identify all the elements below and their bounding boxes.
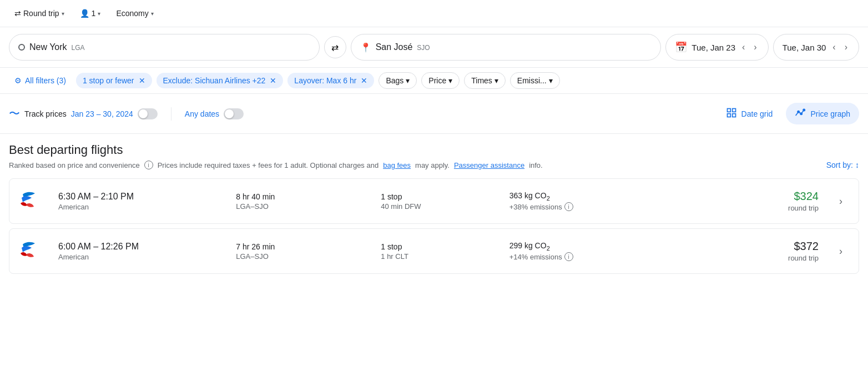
ranked-text: Ranked based on price and convenience: [9, 161, 140, 169]
route-text-1: LGA–SJO: [236, 202, 367, 211]
ranked-info-icon[interactable]: i: [144, 161, 153, 169]
price-label-1: round trip: [687, 204, 819, 212]
airline-name-1: American: [58, 203, 223, 211]
all-filters-button[interactable]: ⚙ All filters (3): [9, 73, 72, 88]
bag-fees-link[interactable]: bag fees: [383, 161, 411, 169]
flight-emissions-1: 363 kg CO2 +38% emissions i: [509, 191, 674, 212]
date-grid-label: Date grid: [741, 109, 773, 118]
price-graph-label: Price graph: [810, 109, 850, 118]
emissions-filter-button[interactable]: Emissi... ▾: [510, 72, 560, 89]
destination-pin-icon: 📍: [360, 42, 371, 53]
flight-stops-2: 1 stop 1 hr CLT: [381, 242, 496, 261]
time-dash-2: –: [93, 242, 100, 251]
flight-time-range-2: 6:00 AM – 12:26 PM: [58, 242, 223, 252]
times-filter-button[interactable]: Times ▾: [464, 72, 506, 89]
track-prices-icon: 〜: [9, 106, 20, 121]
calendar-icon: 📅: [675, 41, 687, 53]
sort-button[interactable]: Sort by: ↕: [826, 161, 859, 169]
return-date-field[interactable]: Tue, Jan 30 ‹ ›: [773, 34, 859, 61]
depart-date: Tue, Jan 23: [692, 43, 735, 52]
origin-city: New York: [29, 42, 67, 52]
flight-times-1: 6:30 AM – 2:10 PM American: [58, 192, 223, 211]
price-graph-button[interactable]: Price graph: [786, 103, 859, 124]
airline-filter-remove-icon[interactable]: ✕: [270, 76, 276, 85]
passengers-label: 1: [92, 9, 96, 18]
origin-dot-icon: [18, 44, 25, 51]
flight-emissions-2: 299 kg CO2 +14% emissions i: [509, 241, 674, 262]
round-trip-icon: ⇄: [14, 9, 21, 18]
time-dash-1: –: [93, 192, 100, 201]
class-button[interactable]: Economy ▾: [110, 6, 159, 21]
flight-time-range-1: 6:30 AM – 2:10 PM: [58, 192, 223, 202]
flight-price-2: $372 round trip: [687, 240, 819, 262]
passengers-button[interactable]: 👤 1 ▾: [74, 6, 107, 21]
price-amount-1: $324: [687, 190, 819, 203]
depart-date-prev-button[interactable]: ‹: [740, 40, 747, 54]
results-section: Best departing flights Ranked based on p…: [0, 134, 868, 287]
class-label: Economy: [116, 9, 148, 18]
svg-point-6: [803, 109, 805, 111]
flight-card-2[interactable]: 6:00 AM – 12:26 PM American 7 hr 26 min …: [9, 228, 859, 274]
flight-price-1: $324 round trip: [687, 190, 819, 212]
price-label-2: round trip: [687, 254, 819, 262]
trip-type-button[interactable]: ⇄ Round trip ▾: [9, 6, 70, 21]
date-grid-button[interactable]: Date grid: [717, 103, 782, 124]
swap-airports-button[interactable]: ⇄: [324, 36, 346, 58]
may-apply-text: may apply.: [415, 161, 450, 169]
layover-filter-remove-icon[interactable]: ✕: [361, 76, 367, 85]
track-divider: [171, 107, 171, 121]
duration-text-1: 8 hr 40 min: [236, 192, 367, 201]
airline-logo-2: [18, 238, 45, 264]
any-dates-toggle[interactable]: [224, 108, 244, 119]
emissions-pct-1: +38% emissions i: [509, 202, 674, 211]
layover-filter-label: Layover: Max 6 hr: [294, 76, 356, 85]
filter-sliders-icon: ⚙: [14, 76, 22, 85]
any-dates-section: Any dates: [185, 108, 244, 119]
sort-label: Sort by:: [826, 161, 853, 169]
price-label: Price: [428, 76, 446, 85]
track-prices-left: 〜 Track prices Jan 23 – 30, 2024: [9, 106, 158, 121]
flight-card-1[interactable]: 6:30 AM – 2:10 PM American 8 hr 40 min L…: [9, 178, 859, 224]
arrive-time-1: 2:10 PM: [101, 192, 134, 201]
depart-date-field[interactable]: 📅 Tue, Jan 23 ‹ ›: [665, 34, 768, 61]
depart-date-next-button[interactable]: ›: [751, 40, 759, 54]
emissions-info-icon-1[interactable]: i: [564, 202, 573, 211]
price-filter-button[interactable]: Price ▾: [421, 72, 460, 89]
sort-icon: ↕: [855, 161, 859, 169]
person-icon: 👤: [80, 9, 89, 18]
layover-filter-chip[interactable]: Layover: Max 6 hr ✕: [287, 73, 374, 88]
expand-flight-1-button[interactable]: ›: [832, 192, 850, 210]
any-dates-label: Any dates: [185, 109, 219, 118]
airline-filter-label: Exclude: Sichuan Airlines +22: [163, 76, 266, 85]
stops-text-1: 1 stop: [381, 192, 496, 201]
stop-filter-chip[interactable]: 1 stop or fewer ✕: [76, 73, 152, 88]
top-bar: ⇄ Round trip ▾ 👤 1 ▾ Economy ▾: [0, 0, 868, 27]
return-date-next-button[interactable]: ›: [842, 40, 850, 54]
track-prices-label: Track prices: [24, 109, 67, 118]
bags-label: Bags: [386, 76, 403, 85]
duration-text-2: 7 hr 26 min: [236, 242, 367, 251]
track-prices-toggle[interactable]: [138, 108, 158, 119]
passenger-assistance-link[interactable]: Passenger assistance: [454, 161, 524, 169]
all-filters-label: All filters (3): [25, 76, 66, 85]
stops-text-2: 1 stop: [381, 242, 496, 251]
emissions-chevron-icon: ▾: [549, 76, 553, 85]
filters-bar: ⚙ All filters (3) 1 stop or fewer ✕ Excl…: [0, 68, 868, 94]
flight-duration-2: 7 hr 26 min LGA–SJO: [236, 242, 367, 261]
airline-filter-chip[interactable]: Exclude: Sichuan Airlines +22 ✕: [157, 73, 284, 88]
price-graph-icon: [795, 107, 806, 120]
return-date: Tue, Jan 30: [783, 43, 826, 52]
origin-code: LGA: [71, 44, 84, 52]
return-date-prev-button[interactable]: ‹: [830, 40, 837, 54]
emissions-info-icon-2[interactable]: i: [564, 252, 573, 261]
arrive-time-2: 12:26 PM: [101, 242, 139, 251]
stop-detail-2: 1 hr CLT: [381, 252, 496, 261]
stop-filter-remove-icon[interactable]: ✕: [139, 76, 145, 85]
emissions-pct-2: +14% emissions i: [509, 252, 674, 261]
expand-flight-2-button[interactable]: ›: [832, 242, 850, 260]
bags-filter-button[interactable]: Bags ▾: [379, 72, 417, 89]
emissions-kg-2: 299 kg CO2: [509, 241, 674, 252]
destination-field[interactable]: 📍 San José SJO: [351, 34, 662, 61]
flight-duration-1: 8 hr 40 min LGA–SJO: [236, 192, 367, 211]
origin-field[interactable]: New York LGA: [9, 34, 320, 61]
